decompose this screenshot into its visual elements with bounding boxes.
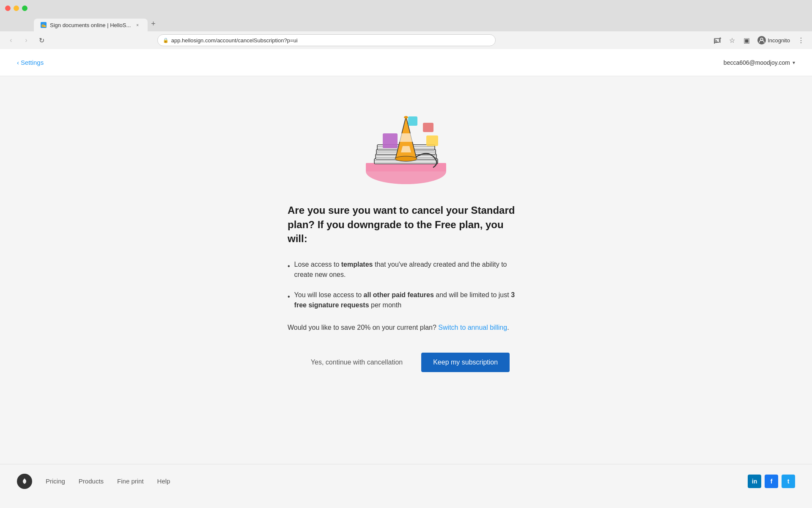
svg-rect-27 xyxy=(426,135,438,146)
footer: Pricing Products Fine print Help in f t xyxy=(0,464,812,498)
user-menu[interactable]: becca606@moodjoy.com ▾ xyxy=(724,59,795,66)
reload-button[interactable]: ↻ xyxy=(36,34,47,46)
consequences-list: • Lose access to templates that you've a… xyxy=(288,260,524,310)
bullet-dot-2: • xyxy=(288,292,290,310)
header: ‹ Settings becca606@moodjoy.com ▾ xyxy=(0,49,812,76)
svg-point-23 xyxy=(404,116,408,119)
main-content: Are you sure you want to cancel your Sta… xyxy=(0,76,812,464)
browser-titlebar xyxy=(0,0,812,16)
address-bar[interactable]: 🔒 app.hellosign.com/account/cancelSubscr… xyxy=(157,34,496,46)
menu-button[interactable]: ⋮ xyxy=(795,34,807,46)
settings-label: Settings xyxy=(21,59,44,66)
browser-tab-active[interactable]: ✍ Sign documents online | HelloS... × xyxy=(34,19,148,31)
save-period: . xyxy=(507,324,509,331)
back-button[interactable]: ‹ xyxy=(5,34,17,46)
footer-logo xyxy=(17,474,32,489)
cancel-illustration xyxy=(343,93,469,190)
footer-link-fine-print[interactable]: Fine print xyxy=(117,478,144,485)
forward-button[interactable]: › xyxy=(20,34,32,46)
continue-cancellation-button[interactable]: Yes, continue with cancellation xyxy=(302,353,411,371)
footer-link-help[interactable]: Help xyxy=(157,478,170,485)
url-text: app.hellosign.com/account/cancelSubscrip… xyxy=(171,37,298,44)
cancel-headline: Are you sure you want to cancel your Sta… xyxy=(288,203,524,246)
social-linkedin-button[interactable]: in xyxy=(748,475,761,488)
svg-rect-25 xyxy=(408,116,417,126)
tab-title: Sign documents online | HelloS... xyxy=(50,22,131,28)
incognito-menu[interactable]: Incognito xyxy=(755,35,793,45)
incognito-label: Incognito xyxy=(768,37,790,44)
svg-rect-26 xyxy=(423,123,433,132)
footer-link-pricing[interactable]: Pricing xyxy=(46,478,65,485)
traffic-light-yellow[interactable] xyxy=(14,6,19,11)
svg-marker-21 xyxy=(401,146,411,152)
user-email: becca606@moodjoy.com xyxy=(724,59,790,66)
footer-nav: Pricing Products Fine print Help xyxy=(46,478,170,485)
cast-icon[interactable] xyxy=(712,34,724,46)
footer-social: in f t xyxy=(748,475,795,488)
action-buttons: Yes, continue with cancellation Keep my … xyxy=(302,353,510,372)
bullet-text-templates: Lose access to templates that you've alr… xyxy=(294,260,524,280)
switch-to-annual-link[interactable]: Switch to annual billing xyxy=(438,324,507,331)
footer-link-products[interactable]: Products xyxy=(79,478,104,485)
traffic-light-red[interactable] xyxy=(5,6,11,11)
incognito-icon xyxy=(757,36,766,44)
svg-point-3 xyxy=(714,42,715,44)
sidebar-icon[interactable]: ▣ xyxy=(741,34,752,46)
page: ‹ Settings becca606@moodjoy.com ▾ xyxy=(0,49,812,498)
social-facebook-button[interactable]: f xyxy=(765,475,778,488)
tab-bar: ✍ Sign documents online | HelloS... × + xyxy=(0,16,812,31)
toolbar-right: ☆ ▣ Incognito ⋮ xyxy=(712,34,807,46)
user-menu-chevron-icon: ▾ xyxy=(793,60,795,66)
svg-point-22 xyxy=(395,156,417,161)
tab-close-button[interactable]: × xyxy=(134,22,141,28)
keep-subscription-button[interactable]: Keep my subscription xyxy=(421,353,510,372)
back-chevron-icon: ‹ xyxy=(17,59,19,66)
footer-left: Pricing Products Fine print Help xyxy=(17,474,170,489)
browser-chrome: ✍ Sign documents online | HelloS... × + … xyxy=(0,0,812,49)
traffic-lights xyxy=(5,6,27,11)
bullet-dot-1: • xyxy=(288,261,290,280)
bullet-item-features: • You will lose access to all other paid… xyxy=(288,290,524,310)
save-offer-prefix: Would you like to save 20% on your curre… xyxy=(288,324,438,331)
bullet-text-features: You will lose access to all other paid f… xyxy=(294,290,524,310)
save-offer-text: Would you like to save 20% on your curre… xyxy=(288,324,524,331)
svg-marker-20 xyxy=(398,133,414,142)
svg-rect-24 xyxy=(383,133,398,148)
new-tab-button[interactable]: + xyxy=(148,19,159,28)
address-bar-row: ‹ › ↻ 🔒 app.hellosign.com/account/cancel… xyxy=(0,31,812,49)
back-to-settings-link[interactable]: ‹ Settings xyxy=(17,59,44,66)
lock-icon: 🔒 xyxy=(163,38,169,43)
bookmark-icon[interactable]: ☆ xyxy=(726,34,738,46)
social-twitter-button[interactable]: t xyxy=(782,475,795,488)
tab-favicon: ✍ xyxy=(41,22,47,28)
content-area: Are you sure you want to cancel your Sta… xyxy=(288,203,524,331)
traffic-light-green[interactable] xyxy=(22,6,27,11)
svg-text:✍: ✍ xyxy=(41,22,47,28)
bullet-item-templates: • Lose access to templates that you've a… xyxy=(288,260,524,280)
